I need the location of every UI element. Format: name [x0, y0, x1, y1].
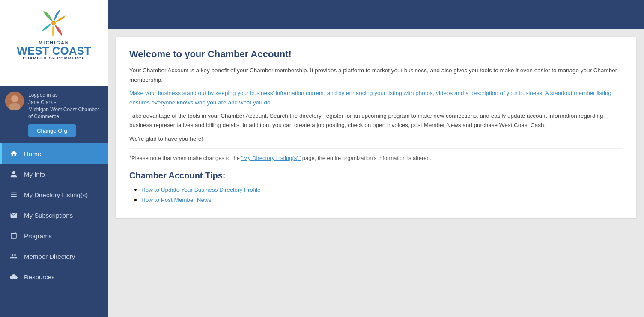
nav-menu: Home My Info My Directory Listing(s) My …: [0, 143, 108, 287]
svg-rect-9: [12, 196, 17, 197]
svg-rect-5: [12, 193, 17, 193]
sidebar-item-programs[interactable]: Programs: [0, 225, 108, 246]
sidebar-item-member-directory[interactable]: Member Directory: [0, 246, 108, 267]
sidebar-item-home[interactable]: Home: [0, 143, 108, 164]
directory-listing-link[interactable]: "My Directory Listing(s)": [242, 155, 301, 161]
sidebar-item-programs-label: Programs: [24, 232, 52, 240]
logo-text: MICHIGAN WEST COAST CHAMBER OF COMMERCE: [17, 40, 91, 61]
mail-icon: [9, 211, 18, 219]
tips-list: How to Update Your Business Directory Pr…: [129, 186, 623, 204]
list-icon: [9, 190, 18, 199]
tips-section: Chamber Account Tips: How to Update Your…: [129, 171, 623, 204]
note-text: *Please note that when make changes to t…: [129, 148, 623, 161]
svg-rect-6: [11, 194, 12, 195]
user-area: Logged in as Jane Clark - Michigan West …: [0, 86, 108, 143]
logo-chamber: CHAMBER OF COMMERCE: [17, 56, 91, 61]
sidebar-item-subscriptions[interactable]: My Subscriptions: [0, 205, 108, 225]
tip-link-1[interactable]: How to Update Your Business Directory Pr…: [141, 187, 260, 193]
svg-point-2: [11, 95, 18, 102]
calendar-icon: [9, 231, 18, 240]
welcome-title: Welcome to your Chamber Account!: [129, 49, 623, 60]
group-icon: [9, 252, 18, 261]
change-org-button[interactable]: Change Org: [28, 124, 76, 137]
svg-rect-7: [12, 194, 17, 195]
sidebar-item-resources-label: Resources: [24, 273, 55, 281]
list-item: How to Post Member News: [141, 196, 623, 204]
sidebar-item-member-directory-label: Member Directory: [24, 253, 75, 260]
avatar: [5, 92, 24, 110]
logged-in-label: Logged in as: [28, 92, 58, 98]
user-row: Logged in as Jane Clark - Michigan West …: [5, 92, 103, 120]
top-bar: [108, 0, 644, 29]
logo-icon: [37, 8, 71, 38]
welcome-para-2: Make your business stand out by keeping …: [129, 89, 623, 107]
svg-rect-4: [11, 193, 12, 193]
list-item: How to Update Your Business Directory Pr…: [141, 186, 623, 193]
tips-title: Chamber Account Tips:: [129, 171, 623, 181]
sidebar-item-my-info-label: My Info: [24, 171, 45, 178]
sidebar-item-directory-listing[interactable]: My Directory Listing(s): [0, 184, 108, 205]
org-name: Michigan West Coast Chamber of Commerce: [28, 107, 99, 120]
sidebar-item-subscriptions-label: My Subscriptions: [24, 212, 73, 219]
welcome-card: Welcome to your Chamber Account! Your Ch…: [116, 37, 636, 218]
main-content: Welcome to your Chamber Account! Your Ch…: [108, 0, 644, 317]
logo-westcoast: WEST COAST: [17, 45, 91, 56]
tip-link-2[interactable]: How to Post Member News: [141, 197, 212, 203]
home-icon: [9, 149, 18, 158]
user-info: Logged in as Jane Clark - Michigan West …: [28, 92, 103, 120]
svg-point-0: [51, 21, 56, 25]
person-icon: [9, 170, 18, 178]
welcome-para-3: Take advantage of the tools in your Cham…: [129, 111, 623, 130]
welcome-para-1: Your Chamber Account is a key benefit of…: [129, 66, 623, 84]
sidebar-item-home-label: Home: [24, 150, 41, 157]
cloud-icon: [9, 273, 18, 281]
logo-area: MICHIGAN WEST COAST CHAMBER OF COMMERCE: [0, 0, 108, 86]
content-area: Welcome to your Chamber Account! Your Ch…: [108, 29, 644, 317]
welcome-para-4: We're glad to have you here!: [129, 134, 623, 144]
svg-rect-8: [11, 196, 12, 197]
sidebar: MICHIGAN WEST COAST CHAMBER OF COMMERCE …: [0, 0, 108, 317]
sidebar-item-resources[interactable]: Resources: [0, 267, 108, 287]
sidebar-item-my-info[interactable]: My Info: [0, 164, 108, 184]
sidebar-item-directory-listing-label: My Directory Listing(s): [24, 191, 88, 198]
user-name: Jane Clark -: [28, 99, 56, 105]
